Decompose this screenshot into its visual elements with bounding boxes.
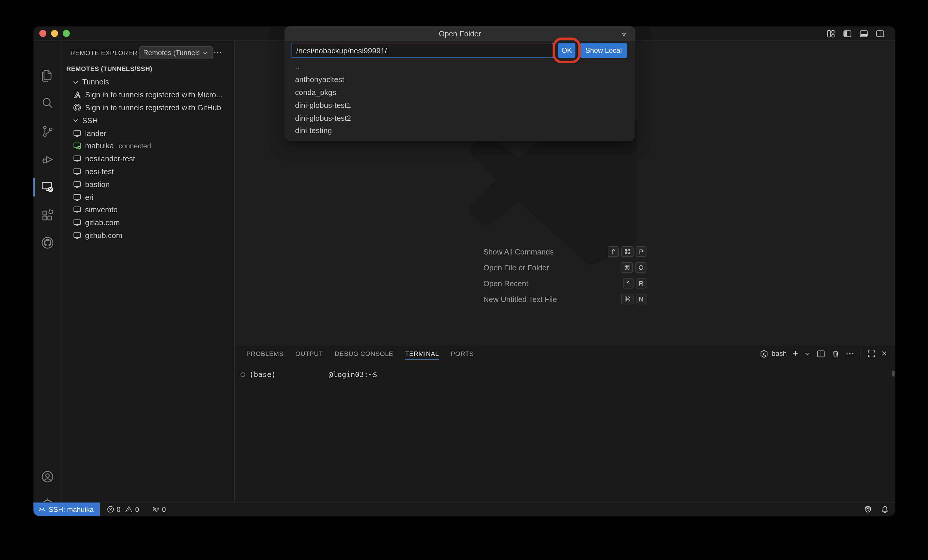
panel-tab-bar: PROBLEMS OUTPUT DEBUG CONSOLE TERMINAL P… <box>235 345 895 362</box>
tree-item-signin-github[interactable]: Sign in to tunnels registered with GitHu… <box>62 101 234 114</box>
close-panel-button[interactable]: × <box>881 349 887 358</box>
show-local-button[interactable]: Show Local <box>580 43 627 58</box>
tree-item-eri[interactable]: eri <box>62 191 234 203</box>
sidebar-title: REMOTE EXPLORER <box>70 49 137 56</box>
sidebar-more-actions-button[interactable]: ⋯ <box>214 46 222 59</box>
errors-status[interactable]: 0 <box>107 505 120 513</box>
terminal-scrollbar-thumb[interactable] <box>891 371 894 377</box>
toggle-primary-sidebar-icon[interactable] <box>843 29 852 38</box>
remote-indicator[interactable]: SSH: mahuika <box>34 502 99 516</box>
github-icon <box>40 236 55 250</box>
tree-item-lander[interactable]: lander <box>62 127 234 140</box>
maximize-panel-icon[interactable] <box>867 349 876 358</box>
tree-item-gitlab[interactable]: gitlab.com <box>62 217 234 229</box>
azure-icon <box>73 90 81 99</box>
folder-suggestion[interactable]: .. <box>284 60 635 73</box>
kill-terminal-trash-icon[interactable] <box>831 349 840 358</box>
shortcut-row: Open Recent ^ R <box>483 278 646 288</box>
tree-item-label: github.com <box>85 231 122 240</box>
toggle-panel-icon[interactable] <box>859 29 868 38</box>
tree-item-nesilander-test[interactable]: nesilander-test <box>62 153 234 165</box>
status-bar: SSH: mahuika 0 0 0 <box>34 502 895 516</box>
activity-bar <box>34 41 62 502</box>
shortcut-label: Open Recent <box>483 279 623 288</box>
terminal-prompt-line[interactable]: (base) @login03:~$ <box>241 370 377 379</box>
text-caret <box>388 46 388 55</box>
notifications-bell-icon[interactable] <box>881 505 889 514</box>
dialog-title-bar[interactable]: Open Folder <box>284 26 635 41</box>
copilot-icon[interactable] <box>864 505 872 514</box>
tree-item-signin-microsoft[interactable]: Sign in to tunnels registered with Micro… <box>62 89 234 101</box>
keycap: O <box>636 262 646 273</box>
search-view-button[interactable] <box>34 92 62 115</box>
remote-indicator-label: SSH: mahuika <box>49 505 93 513</box>
folder-suggestion[interactable]: dini-globus-test2 <box>284 111 635 124</box>
shortcut-row: Show All Commands ⇧ ⌘ P <box>483 246 646 257</box>
bottom-panel: PROBLEMS OUTPUT DEBUG CONSOLE TERMINAL P… <box>235 345 895 502</box>
sidebar-section-title: REMOTES (TUNNELS/SSH) <box>66 65 152 72</box>
terminal-host-prompt: @login03:~$ <box>328 370 377 379</box>
folder-suggestion[interactable]: anthonyacltest <box>284 73 635 86</box>
toolbar-divider <box>860 349 861 358</box>
tree-item-label: nesilander-test <box>85 154 135 163</box>
folder-suggestion[interactable]: dini-testing <box>284 124 635 137</box>
tree-item-github[interactable]: github.com <box>62 229 234 242</box>
keycap: ⌘ <box>621 262 633 273</box>
keycap: ⌘ <box>621 294 633 304</box>
tree-item-mahuika[interactable]: mahuika connected <box>62 140 234 153</box>
accounts-button[interactable] <box>34 465 62 488</box>
chevron-down-icon <box>202 49 209 56</box>
tree-item-simvemto[interactable]: simvemto <box>62 203 234 217</box>
remote-type-dropdown-label: Remotes (Tunnels <box>143 49 200 57</box>
close-window-button[interactable] <box>39 30 46 37</box>
search-icon <box>40 96 55 110</box>
remote-explorer-view-button[interactable] <box>34 175 62 199</box>
zoom-window-button[interactable] <box>63 30 70 37</box>
warnings-status[interactable]: 0 <box>125 505 139 513</box>
customize-layout-icon[interactable] <box>827 29 835 38</box>
extensions-view-button[interactable] <box>34 203 62 227</box>
explorer-view-button[interactable] <box>34 63 62 87</box>
terminal-launch-chevron-icon[interactable] <box>804 350 810 357</box>
tab-terminal[interactable]: TERMINAL <box>405 345 439 362</box>
terminal-shell-label: bash <box>772 349 787 358</box>
folder-suggestion[interactable]: dini-globus-test1 <box>284 99 635 112</box>
keycap: R <box>636 278 646 288</box>
tree-item-tunnels[interactable]: Tunnels <box>62 76 234 89</box>
ports-status[interactable]: 0 <box>152 505 166 513</box>
tree-item-bastion[interactable]: bastion <box>62 178 234 191</box>
minimize-window-button[interactable] <box>51 30 58 37</box>
source-control-view-button[interactable] <box>34 120 62 143</box>
vm-icon <box>73 180 81 189</box>
tab-output[interactable]: OUTPUT <box>295 345 323 362</box>
split-terminal-icon[interactable] <box>816 349 825 358</box>
extensions-icon <box>40 208 55 222</box>
chevron-down-icon <box>72 78 80 86</box>
github-view-button[interactable] <box>34 231 62 255</box>
tab-ports[interactable]: PORTS <box>451 345 474 362</box>
show-local-button-label: Show Local <box>585 46 622 55</box>
panel-more-actions-button[interactable]: ⋯ <box>846 347 855 360</box>
tree-item-label: Tunnels <box>82 78 109 87</box>
tree-item-label: eri <box>85 192 93 201</box>
terminal-shell-selector[interactable]: bash <box>760 349 787 358</box>
tree-item-ssh[interactable]: SSH <box>62 114 234 127</box>
toggle-secondary-sidebar-icon[interactable] <box>876 29 885 38</box>
folder-suggestion[interactable]: conda_pkgs <box>284 86 635 99</box>
run-debug-view-button[interactable] <box>34 148 62 171</box>
remote-type-dropdown[interactable]: Remotes (Tunnels <box>139 46 213 59</box>
ok-button[interactable]: OK <box>558 43 575 58</box>
folder-path-input[interactable]: /nesi/nobackup/nesi99991/ <box>292 43 553 58</box>
open-folder-dialog: Open Folder /nesi/nobackup/nesi99991/ OK… <box>284 26 635 141</box>
terminal-toolbar: bash + ⋯ × <box>760 345 887 362</box>
vm-icon <box>73 154 81 163</box>
tree-item-label: Sign in to tunnels registered with GitHu… <box>85 103 221 112</box>
new-terminal-button[interactable]: + <box>793 349 798 358</box>
ports-count: 0 <box>162 505 166 513</box>
tab-debug-console[interactable]: DEBUG CONSOLE <box>335 345 393 362</box>
bash-icon <box>760 349 769 358</box>
tree-item-nesi-test[interactable]: nesi-test <box>62 165 234 178</box>
tree-item-label: nesi-test <box>85 167 114 176</box>
tab-problems[interactable]: PROBLEMS <box>246 345 284 362</box>
vm-icon <box>73 231 81 240</box>
